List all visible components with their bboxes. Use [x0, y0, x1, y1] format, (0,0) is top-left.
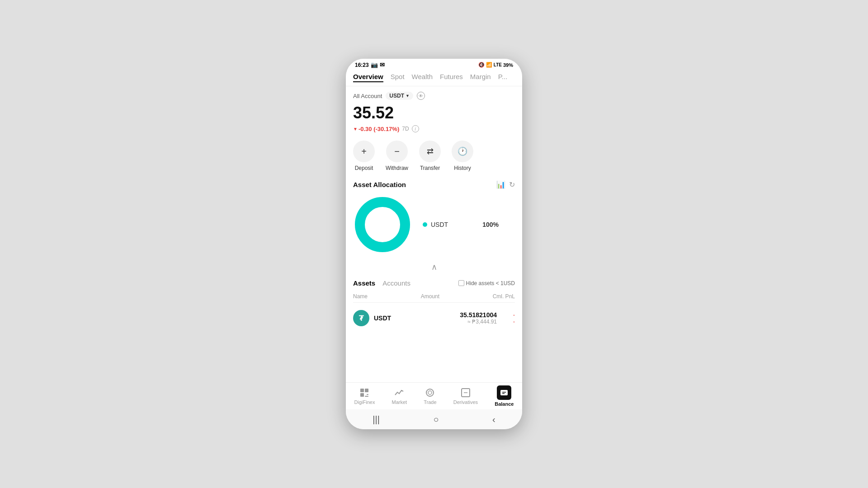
deposit-label: Deposit	[355, 165, 373, 171]
svg-point-8	[428, 391, 432, 394]
nav-trade[interactable]: Trade	[420, 385, 440, 407]
nav-balance-label: Balance	[495, 401, 514, 407]
main-content: All Account USDT ▼ 👁 35.52 ▼ -0.30 (-30.…	[346, 86, 522, 390]
action-buttons: + Deposit − Withdraw ⇄ Transfer 🕐	[353, 141, 515, 171]
nav-derivatives[interactable]: Derivatives	[450, 385, 481, 407]
tab-wealth[interactable]: Wealth	[412, 72, 433, 82]
currency-value: USDT	[389, 93, 404, 99]
tab-spot[interactable]: Spot	[391, 72, 405, 82]
plus-icon: +	[361, 146, 367, 157]
nav-digifinex[interactable]: DigiFinex	[351, 385, 379, 407]
tab-overview[interactable]: Overview	[353, 72, 383, 82]
balance-icon	[497, 385, 511, 400]
withdraw-button[interactable]: − Withdraw	[386, 141, 408, 171]
refresh-icon[interactable]: ↻	[509, 180, 515, 189]
status-signal-icon: LTE	[494, 62, 502, 67]
asset-amounts-usdt: 35.51821004 ≈ ₱3,444.91	[460, 311, 497, 325]
deposit-icon-circle: +	[353, 141, 375, 162]
tab-assets[interactable]: Assets	[353, 279, 375, 287]
status-bar: 16:23 📷 ✉ 🔇 📶 LTE 39%	[346, 59, 522, 70]
system-back-button[interactable]: ‹	[492, 414, 495, 425]
nav-market-label: Market	[392, 399, 407, 405]
history-label: History	[454, 165, 471, 171]
asset-row-usdt[interactable]: ₮ USDT 35.51821004 ≈ ₱3,444.91 - -	[353, 306, 515, 330]
status-wifi-icon: 📶	[486, 62, 492, 68]
history-icon-circle: 🕐	[452, 141, 473, 162]
system-nav: ||| ○ ‹	[346, 409, 522, 429]
deposit-button[interactable]: + Deposit	[353, 141, 375, 171]
tab-margin[interactable]: Margin	[470, 72, 491, 82]
legend-pct-usdt: 100%	[482, 221, 499, 228]
history-button[interactable]: 🕐 History	[452, 141, 473, 171]
account-label: All Account	[353, 93, 382, 99]
change-row: ▼ -0.30 (-30.17%) 7D i	[353, 125, 515, 132]
asset-name-usdt: USDT	[374, 314, 391, 322]
svg-rect-5	[367, 394, 368, 395]
transfer-icon: ⇄	[427, 146, 434, 156]
history-icon: 🕐	[458, 146, 467, 156]
chart-legend: USDT 100%	[423, 221, 499, 228]
donut-chart	[353, 195, 412, 254]
svg-rect-11	[500, 390, 508, 395]
derivatives-icon	[460, 387, 471, 398]
pnl-sub: -	[504, 318, 515, 325]
svg-point-1	[369, 211, 396, 238]
nav-trade-label: Trade	[424, 399, 436, 405]
hide-assets-checkbox[interactable]	[458, 280, 464, 286]
status-left: 16:23 📷 ✉	[355, 61, 385, 68]
nav-market[interactable]: Market	[388, 385, 411, 407]
asset-allocation-header: Asset Allocation 📊 ↻	[353, 180, 515, 189]
asset-amount-sub-usdt: ≈ ₱3,444.91	[460, 319, 497, 325]
assets-section-tabs: Assets Accounts Hide assets < 1USD	[353, 279, 515, 287]
asset-amount-main-usdt: 35.51821004	[460, 311, 497, 319]
transfer-button[interactable]: ⇄ Transfer	[419, 141, 441, 171]
svg-rect-6	[365, 396, 368, 397]
withdraw-label: Withdraw	[386, 165, 408, 171]
col-header-name: Name	[353, 293, 368, 300]
hide-assets-label: Hide assets < 1USD	[466, 280, 515, 286]
phone-frame: 16:23 📷 ✉ 🔇 📶 LTE 39% Overview Spot Weal…	[346, 59, 522, 429]
bar-chart-icon[interactable]: 📊	[496, 180, 505, 189]
bottom-nav: DigiFinex Market Trade	[346, 382, 522, 409]
withdraw-icon-circle: −	[386, 141, 408, 162]
status-mute-icon: 🔇	[478, 62, 485, 68]
tab-more[interactable]: P...	[498, 72, 508, 82]
assets-table-header: Name Amount Cml. PnL	[353, 291, 515, 303]
balance-amount: 35.52	[353, 103, 515, 122]
nav-derivatives-label: Derivatives	[453, 399, 478, 405]
hide-assets-control[interactable]: Hide assets < 1USD	[458, 280, 515, 286]
nav-tabs: Overview Spot Wealth Futures Margin P...	[346, 70, 522, 86]
visibility-toggle[interactable]: 👁	[417, 92, 425, 100]
donut-chart-row: USDT 100%	[353, 195, 515, 254]
legend-dot-usdt	[423, 222, 427, 227]
asset-pnl-usdt: - -	[504, 311, 515, 325]
legend-label-usdt: USDT	[431, 221, 448, 228]
system-home-button[interactable]: ○	[433, 414, 439, 425]
trade-icon	[425, 387, 435, 398]
eye-icon: 👁	[419, 94, 423, 99]
account-currency-selector[interactable]: USDT ▼	[386, 92, 413, 100]
nav-balance[interactable]: Balance	[491, 384, 517, 408]
collapse-button[interactable]: ∧	[431, 262, 437, 272]
tab-futures[interactable]: Futures	[440, 72, 463, 82]
chevron-down-icon: ▼	[406, 94, 410, 98]
svg-rect-3	[365, 389, 368, 392]
transfer-label: Transfer	[420, 165, 440, 171]
section-icons: 📊 ↻	[496, 180, 515, 189]
usdt-token-icon: ₮	[353, 310, 369, 326]
svg-rect-2	[360, 389, 364, 392]
status-mail-icon: ✉	[380, 61, 385, 68]
tab-accounts[interactable]: Accounts	[382, 279, 410, 287]
svg-point-7	[426, 389, 434, 396]
minus-icon: −	[394, 146, 400, 157]
info-icon[interactable]: i	[412, 125, 419, 132]
transfer-icon-circle: ⇄	[419, 141, 441, 162]
system-menu-button[interactable]: |||	[373, 414, 380, 425]
legend-usdt: USDT 100%	[423, 221, 499, 228]
status-time: 16:23	[355, 62, 369, 68]
svg-rect-4	[360, 393, 364, 397]
collapse-row: ∧	[353, 259, 515, 275]
account-row: All Account USDT ▼ 👁	[353, 92, 515, 100]
balance-change: ▼ -0.30 (-30.17%)	[353, 126, 399, 132]
down-arrow-icon: ▼	[353, 127, 358, 131]
